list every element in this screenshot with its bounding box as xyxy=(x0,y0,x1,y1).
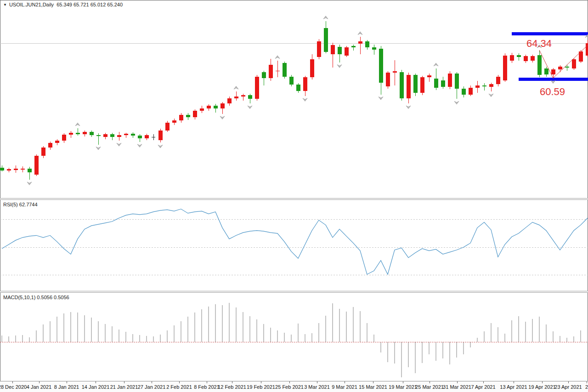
x-axis-tickmark xyxy=(261,381,261,383)
fractal-down-icon xyxy=(454,101,459,104)
rsi-svg[interactable] xyxy=(0,200,588,291)
x-axis-tick: 9 Mar 2021 xyxy=(332,384,357,390)
x-axis-tickmark xyxy=(96,381,96,383)
x-axis-tick: 27 Jan 2021 xyxy=(138,384,166,390)
fractal-down-icon xyxy=(406,106,411,109)
x-axis-tick: 2 xyxy=(585,384,588,390)
fractal-down-icon xyxy=(117,143,121,146)
fractal-down-icon xyxy=(303,98,307,102)
fractal-down-icon xyxy=(379,97,383,100)
fractal-down-icon xyxy=(551,80,555,84)
fractal-down-icon xyxy=(96,147,101,150)
x-axis-tick: 15 Mar 2021 xyxy=(359,384,387,390)
fractal-down-icon xyxy=(489,94,493,97)
x-axis-tick: 31 Mar 2021 xyxy=(443,384,471,390)
x-axis-tick: 13 Apr 2021 xyxy=(500,384,527,390)
fractal-down-icon xyxy=(158,145,163,148)
fractal-up-icon xyxy=(75,123,80,126)
fractal-up-icon xyxy=(358,32,362,35)
x-axis-tickmark xyxy=(317,381,317,383)
quote-ohlc-text: 65.349 65.721 65.012 65.240 xyxy=(57,2,123,7)
x-axis-tick: 2 Feb 2021 xyxy=(166,384,192,390)
x-axis-tick: 23 Apr 2021 xyxy=(554,384,582,390)
x-axis-tickmark xyxy=(232,381,232,383)
fractal-up-icon xyxy=(434,63,438,66)
symbol-title: ▼USOIL.JUN21,Daily 65.349 65.721 65.012 … xyxy=(3,2,123,7)
x-axis-tickmark xyxy=(373,381,373,383)
x-axis-tickmark xyxy=(124,381,124,383)
x-axis-tickmark xyxy=(483,381,484,383)
fractal-up-icon xyxy=(234,86,238,90)
x-axis-tickmark xyxy=(568,381,569,383)
fractal-down-icon xyxy=(248,106,252,109)
x-axis-tickmark xyxy=(152,381,152,383)
x-axis-tickmark xyxy=(403,381,403,383)
x-axis-tick: 3 Mar 2021 xyxy=(304,384,330,390)
fractal-down-icon xyxy=(27,182,32,185)
x-axis-tick: 8 Jan 2021 xyxy=(54,384,79,390)
resistance-price-label[interactable]: 64.34 xyxy=(526,39,552,49)
fractal-up-icon xyxy=(275,56,280,59)
x-axis-tickmark xyxy=(345,381,345,383)
x-axis-tick: 19 Apr 2021 xyxy=(528,384,555,390)
x-axis: 28 Dec 20204 Jan 20218 Jan 202114 Jan 20… xyxy=(0,381,588,392)
x-axis-tickmark xyxy=(457,381,458,383)
x-axis-tickmark xyxy=(67,381,67,383)
x-axis-tick: 12 Feb 2021 xyxy=(218,384,246,390)
rsi-label: RSI(5) 62.7744 xyxy=(3,202,38,207)
x-axis-tickmark xyxy=(587,381,587,383)
x-axis-tickmark xyxy=(12,381,13,383)
x-axis-tickmark xyxy=(39,381,40,383)
chart-window: ▼USOIL.JUN21,Daily 65.349 65.721 65.012 … xyxy=(0,0,588,392)
fractal-up-icon xyxy=(323,16,328,19)
price-panel: ▼USOIL.JUN21,Daily 65.349 65.721 65.012 … xyxy=(0,0,588,198)
x-axis-tick: 25 Mar 2021 xyxy=(415,384,444,390)
x-axis-tickmark xyxy=(514,381,514,383)
rsi-panel: RSI(5) 62.7744 xyxy=(0,200,588,291)
macd-label: MACD(5,10,1) 0.5056 0.5056 xyxy=(3,295,69,300)
x-axis-tick: 4 Jan 2021 xyxy=(27,384,51,390)
x-axis-tickmark xyxy=(179,381,180,383)
x-axis-tickmark xyxy=(542,381,543,383)
x-axis-tick: 25 Feb 2021 xyxy=(275,384,304,390)
x-axis-tickmark xyxy=(430,381,430,383)
x-axis-tick: 14 Jan 2021 xyxy=(82,384,110,390)
support-price-label[interactable]: 60.59 xyxy=(540,87,565,97)
x-axis-tick: 8 Feb 2021 xyxy=(194,384,220,390)
symbol-title-text: USOIL.JUN21,Daily xyxy=(9,2,54,7)
x-axis-tickmark xyxy=(207,381,207,383)
macd-svg[interactable] xyxy=(0,293,588,381)
price-chart-svg[interactable] xyxy=(0,0,588,198)
macd-panel: MACD(5,10,1) 0.5056 0.5056 xyxy=(0,293,588,381)
x-axis-tick: 19 Mar 2021 xyxy=(389,384,417,390)
x-axis-tick: 28 Dec 2020 xyxy=(0,384,27,390)
x-axis-tick: 7 Apr 2021 xyxy=(471,384,495,390)
x-axis-tick: 19 Feb 2021 xyxy=(247,384,275,390)
fractal-down-icon xyxy=(337,65,342,68)
x-axis-tickmark xyxy=(289,381,290,383)
chevron-down-icon[interactable]: ▼ xyxy=(3,3,7,7)
x-axis-tick: 21 Jan 2021 xyxy=(110,384,138,390)
fractal-down-icon xyxy=(220,116,225,119)
fractal-down-icon xyxy=(137,144,142,148)
